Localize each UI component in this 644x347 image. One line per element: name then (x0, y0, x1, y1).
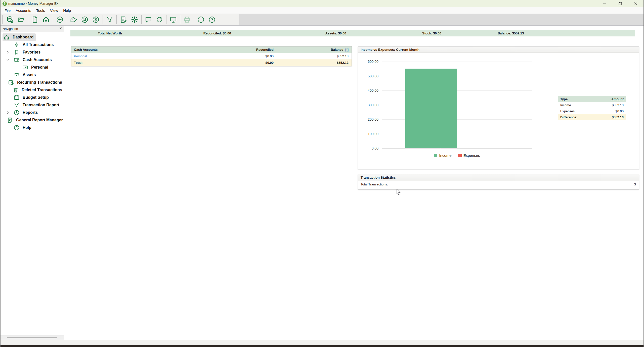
navigation-horizontal-scrollbar[interactable] (1, 335, 64, 340)
type-column-header: Type (558, 97, 611, 101)
amount-column-header: Amount (611, 97, 626, 101)
account-link[interactable]: Personal (74, 54, 87, 58)
new-file-icon[interactable] (29, 15, 40, 25)
sidebar-item-favorites[interactable]: Favorites (1, 48, 64, 56)
print-icon[interactable] (182, 15, 193, 25)
menu-bar: FileAccountsToolsViewHelp (1, 7, 643, 14)
summary-cell-1: Reconciled: $0.00 (149, 31, 285, 35)
expander-chevron-right-icon[interactable] (6, 51, 13, 54)
transaction-statistics-title: Transaction Statistics (358, 174, 639, 181)
navigation-close-icon[interactable] (59, 27, 62, 31)
income-expense-summary-table: TypeAmountIncome$552.13Expenses$0.00Diff… (558, 96, 626, 120)
sidebar-item-help[interactable]: Help (1, 124, 64, 131)
sidebar-item-deleted-transactions[interactable]: Deleted Transactions (1, 86, 64, 94)
sidebar-item-label: Budget Setup (23, 95, 49, 100)
cash-accounts-total-row: Total: $0.00 $552.13 (71, 59, 352, 66)
menu-accounts[interactable]: Accounts (13, 8, 34, 13)
amount-cell: $0.00 (615, 109, 626, 113)
menu-view[interactable]: View (48, 8, 61, 13)
sidebar-item-all-transactions[interactable]: All Transactions (1, 41, 64, 48)
currency-dollar-icon[interactable] (90, 15, 101, 25)
options-gear-icon[interactable] (129, 15, 140, 25)
toolbar-grip-handle[interactable] (2, 15, 4, 24)
wallet-icon (14, 57, 20, 63)
y-axis-tick-label: 300.00 (360, 103, 378, 107)
expander-chevron-right-icon[interactable] (6, 111, 13, 114)
cash-accounts-header-row: Cash Accounts Reconciled Balance[-] (71, 46, 352, 53)
home-icon (4, 34, 10, 40)
gridline (382, 105, 532, 105)
menu-file[interactable]: File (2, 8, 13, 13)
gridline (382, 76, 532, 76)
sidebar-item-personal[interactable]: Personal (1, 64, 64, 71)
categories-tag-icon[interactable] (68, 15, 79, 25)
legend-swatch-icon (434, 154, 437, 157)
y-axis-tick-label: 0.00 (360, 146, 378, 150)
payees-user-icon[interactable] (79, 15, 90, 25)
bag-icon (14, 72, 20, 78)
title-bar: $ main.mmb - Money Manager Ex (1, 0, 643, 7)
type-amount-row-difference: Difference:$552.13 (558, 114, 626, 120)
menu-tools[interactable]: Tools (34, 8, 48, 13)
open-database-icon[interactable] (16, 15, 27, 25)
toolbar-separator (28, 15, 28, 24)
navigation-panel-title: Navigation (3, 27, 18, 31)
dashboard-main: Total Net WorthReconciled: $0.00Assets: … (64, 26, 643, 340)
question-icon (14, 125, 20, 131)
legend-item-income: Income (434, 153, 451, 158)
cash-account-row: Personal$0.00$552.13 (71, 53, 352, 59)
content-area: Navigation DashboardAll TransactionsFavo… (1, 26, 643, 340)
funnel-icon (14, 102, 20, 108)
gridline (382, 62, 532, 62)
type-amount-row-expenses: Expenses$0.00 (558, 108, 626, 114)
new-transaction-icon[interactable] (54, 15, 65, 25)
minimize-button[interactable] (597, 0, 612, 7)
collapse-panel-link[interactable]: [-] (345, 48, 349, 52)
restore-button[interactable] (612, 0, 628, 7)
sidebar-item-reports[interactable]: Reports (1, 109, 64, 116)
sidebar-item-assets[interactable]: Assets (1, 71, 64, 79)
close-button[interactable] (628, 0, 643, 7)
x-axis-tick (440, 148, 440, 150)
menu-help[interactable]: Help (61, 8, 73, 13)
sidebar-item-recurring-transactions[interactable]: Recurring Transactions (1, 79, 64, 86)
help-question-icon[interactable] (206, 15, 218, 25)
transaction-filter-icon[interactable] (104, 15, 115, 25)
home-icon[interactable] (40, 15, 52, 25)
toolbar-separator (194, 15, 194, 24)
total-reconciled-value: $0.00 (198, 61, 274, 65)
sidebar-item-cash-accounts[interactable]: Cash Accounts (1, 56, 64, 64)
sidebar-item-label: Transaction Report (23, 103, 59, 107)
sidebar-item-budget-setup[interactable]: Budget Setup (1, 94, 64, 101)
type-cell: Income (558, 103, 612, 107)
mouse-cursor (396, 189, 401, 195)
sidebar-item-label: Favorites (23, 50, 40, 55)
transaction-report-icon[interactable] (118, 15, 129, 25)
reconciled-column-header: Reconciled (198, 48, 274, 52)
about-info-icon[interactable] (195, 15, 206, 25)
toolbar-separator (141, 15, 142, 24)
sidebar-item-transaction-report[interactable]: Transaction Report (1, 101, 64, 109)
scrollbar-thumb[interactable] (7, 337, 57, 338)
new-database-icon[interactable] (5, 15, 16, 25)
sidebar-item-dashboard[interactable]: Dashboard (1, 33, 64, 41)
refresh-rates-icon[interactable] (154, 15, 165, 25)
summary-cell-2: Assets: $0.00 (285, 31, 387, 35)
legend-label: Expenses (463, 153, 480, 158)
news-chat-icon[interactable] (143, 15, 154, 25)
sidebar-item-general-report-manager[interactable]: General Report Manager (1, 116, 64, 124)
total-transactions-row: Total Transactions: 3 (358, 181, 639, 187)
sidebar-item-label: Recurring Transactions (17, 80, 62, 85)
expander-chevron-down-icon[interactable] (6, 58, 13, 62)
summary-cell-0: Total Net Worth (70, 31, 149, 35)
transaction-statistics-panel: Transaction Statistics Total Transaction… (358, 174, 639, 189)
fullscreen-monitor-icon[interactable] (168, 15, 179, 25)
toolbar-separator (67, 15, 67, 24)
cash-accounts-title: Cash Accounts (71, 48, 198, 52)
sidebar-item-label: Dashboard (13, 35, 34, 39)
navigation-panel: Navigation DashboardAll TransactionsFavo… (1, 26, 64, 340)
y-axis-tick-label: 600.00 (360, 60, 378, 64)
gridline (382, 119, 532, 120)
y-axis-tick-label: 500.00 (360, 74, 378, 78)
sidebar-item-label: Cash Accounts (23, 58, 52, 62)
